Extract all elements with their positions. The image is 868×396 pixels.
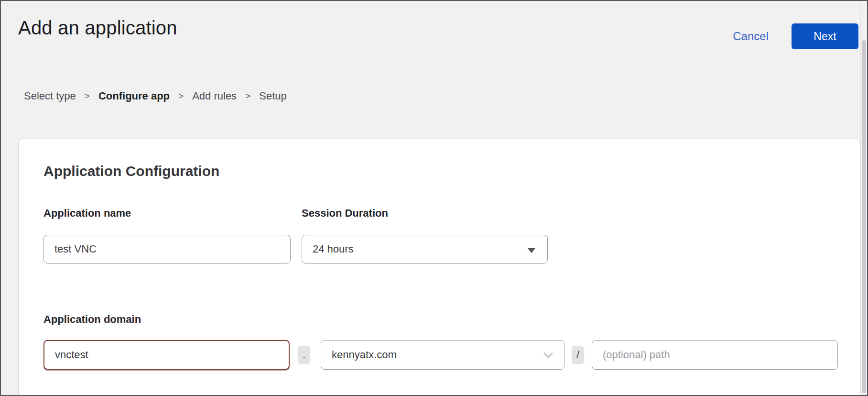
dot-separator: . [298, 346, 310, 364]
application-name-input[interactable] [43, 235, 291, 264]
breadcrumb-separator: > [85, 91, 90, 101]
cancel-button[interactable]: Cancel [733, 30, 769, 43]
header-actions: Cancel Next [733, 23, 858, 49]
breadcrumb-step-setup[interactable]: Setup [259, 90, 287, 102]
page-title: Add an application [18, 17, 177, 39]
application-name-label: Application name [43, 206, 131, 220]
application-configuration-card: Application Configuration Application na… [18, 139, 860, 396]
add-application-screen: Add an application Cancel Next Select ty… [0, 0, 868, 396]
caret-down-icon [527, 248, 536, 253]
subdomain-input[interactable] [43, 340, 290, 370]
vertical-scrollbar-track[interactable] [860, 1, 867, 395]
breadcrumb-step-configure-app[interactable]: Configure app [98, 90, 170, 102]
domain-value: kennyatx.com [332, 349, 397, 361]
domain-select[interactable]: kennyatx.com [321, 340, 564, 370]
breadcrumb: Select type > Configure app > Add rules … [24, 90, 287, 102]
breadcrumb-step-select-type[interactable]: Select type [24, 90, 76, 102]
chevron-down-icon [543, 349, 553, 358]
session-duration-select[interactable]: 24 hours [302, 235, 548, 264]
path-input[interactable] [592, 340, 838, 370]
slash-separator: / [572, 346, 584, 364]
application-domain-label: Application domain [43, 312, 141, 327]
breadcrumb-separator: > [178, 91, 184, 101]
next-button[interactable]: Next [792, 23, 858, 49]
session-duration-value: 24 hours [313, 243, 354, 255]
vertical-scrollbar-thumb[interactable] [862, 40, 866, 393]
breadcrumb-separator: > [245, 91, 250, 101]
breadcrumb-step-add-rules[interactable]: Add rules [192, 90, 237, 102]
card-heading: Application Configuration [43, 163, 219, 179]
session-duration-label: Session Duration [302, 206, 388, 220]
